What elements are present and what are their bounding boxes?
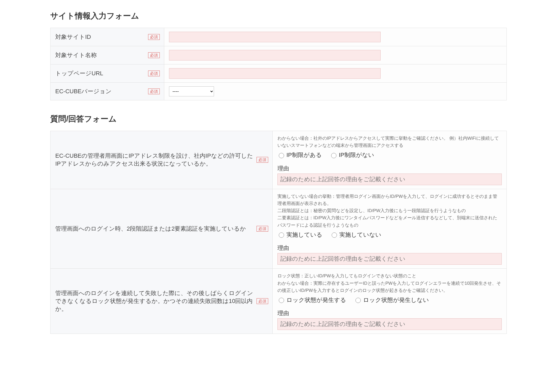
radio-group: IP制限がある IP制限がない <box>277 151 502 160</box>
field-label-top-url: トップページURL 必須 <box>51 64 164 83</box>
radio-input[interactable] <box>279 232 284 238</box>
required-badge: 必須 <box>148 34 160 40</box>
qa-table: EC-CUBEの管理者用画面にIPアドレス制限を設け、社内IPなどの許可したIP… <box>50 131 507 334</box>
question-note: ロック状態：正しいID/PWを入力してもログインできない状態のこと わからない場… <box>277 272 502 294</box>
radio-input[interactable] <box>332 232 337 238</box>
question-label: 管理画面へのログインを連続して失敗した際に、その後しばらくログインできなくなるロ… <box>51 269 273 334</box>
radio-input[interactable] <box>331 153 336 158</box>
radio-option[interactable]: IP制限がある <box>277 151 322 159</box>
required-badge: 必須 <box>257 226 268 232</box>
site-info-section: サイト情報入力フォーム 対象サイトID 必須 対象サイト名称 必須 トップページ… <box>50 11 507 100</box>
reason-heading: 理由 <box>277 165 502 172</box>
required-badge: 必須 <box>257 157 268 163</box>
site-name-input[interactable] <box>169 50 381 60</box>
qa-section: 質問/回答フォーム EC-CUBEの管理者用画面にIPアドレス制限を設け、社内I… <box>50 114 507 334</box>
radio-group: 実施している 実施していない <box>277 231 502 240</box>
qa-row: 管理画面へのログインを連続して失敗した際に、その後しばらくログインできなくなるロ… <box>51 269 507 334</box>
eccube-version-select[interactable]: ---- <box>169 86 214 96</box>
required-badge: 必須 <box>257 298 268 304</box>
required-badge: 必須 <box>148 71 160 76</box>
radio-input[interactable] <box>279 298 284 303</box>
site-info-table: 対象サイトID 必須 対象サイト名称 必須 トップページURL 必須 <box>50 28 507 100</box>
radio-group: ロック状態が発生する ロック状態が発生しない <box>277 296 502 305</box>
qa-heading: 質問/回答フォーム <box>50 114 507 124</box>
radio-option[interactable]: IP制限がない <box>330 151 374 159</box>
question-note: 実施していない場合の挙動：管理者用ログイン画面からID/PWを入力して、ログイン… <box>277 193 502 229</box>
field-label-eccube-version: EC-CUBEバージョン 必須 <box>51 83 164 100</box>
required-badge: 必須 <box>148 52 160 58</box>
required-badge: 必須 <box>148 88 160 94</box>
question-note: わからない場合：社外のIPアドレスからアクセスして実際に挙動をご確認ください。 … <box>277 135 502 149</box>
radio-option[interactable]: 実施している <box>277 231 322 239</box>
radio-input[interactable] <box>355 298 361 303</box>
qa-row: 管理画面へのログイン時、2段階認証または2要素認証を実施しているか 必須 実施し… <box>51 189 507 268</box>
radio-option[interactable]: ロック状態が発生しない <box>354 296 429 304</box>
reason-input[interactable] <box>277 318 502 330</box>
question-label: EC-CUBEの管理者用画面にIPアドレス制限を設け、社内IPなどの許可したIP… <box>51 131 273 189</box>
radio-input[interactable] <box>279 153 284 158</box>
reason-heading: 理由 <box>277 309 502 317</box>
reason-heading: 理由 <box>277 244 502 252</box>
qa-row: EC-CUBEの管理者用画面にIPアドレス制限を設け、社内IPなどの許可したIP… <box>51 131 507 189</box>
radio-option[interactable]: 実施していない <box>330 231 381 239</box>
top-url-input[interactable] <box>169 68 381 79</box>
site-id-input[interactable] <box>169 32 381 42</box>
question-label: 管理画面へのログイン時、2段階認証または2要素認証を実施しているか 必須 <box>51 189 273 268</box>
field-label-site-id: 対象サイトID 必須 <box>51 28 164 46</box>
field-label-site-name: 対象サイト名称 必須 <box>51 46 164 64</box>
site-info-heading: サイト情報入力フォーム <box>50 11 507 21</box>
reason-input[interactable] <box>277 253 502 265</box>
reason-input[interactable] <box>277 174 502 185</box>
radio-option[interactable]: ロック状態が発生する <box>277 296 346 304</box>
